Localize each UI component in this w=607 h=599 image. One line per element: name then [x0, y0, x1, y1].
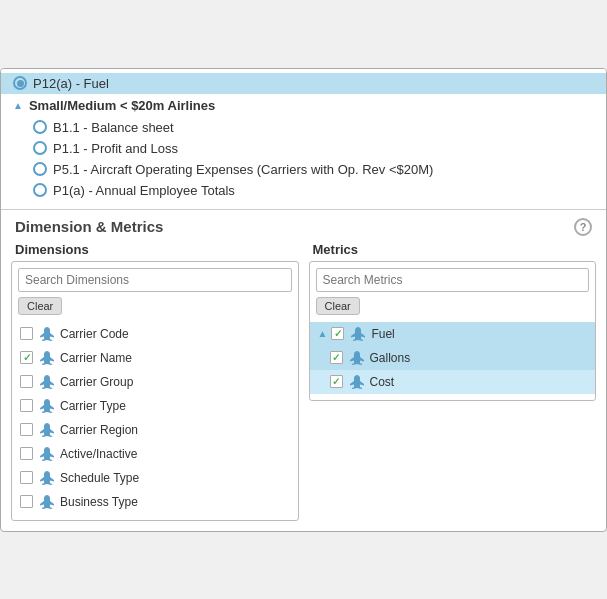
help-icon[interactable]: ?	[574, 218, 592, 236]
radio-1	[33, 141, 47, 155]
checkbox-schedule-type[interactable]	[20, 471, 33, 484]
report-sub-item-1[interactable]: P1.1 - Profit and Loss	[1, 138, 606, 159]
search-metrics-input[interactable]	[316, 268, 590, 292]
plane-icon-fuel	[349, 325, 367, 343]
plane-icon-carrier-code	[38, 325, 56, 343]
plane-icon-cost	[348, 373, 366, 391]
two-col-layout: Dimensions Clear Carr	[1, 242, 606, 531]
radio-3	[33, 183, 47, 197]
checkbox-active-inactive[interactable]	[20, 447, 33, 460]
dimensions-panel-box: Clear Carrier Code	[11, 261, 299, 521]
sub-item-label-2: P5.1 - Aircraft Operating Expenses (Carr…	[53, 162, 433, 177]
metrics-panel-box: Clear ▲ Fuel	[309, 261, 597, 401]
sub-item-label-3: P1(a) - Annual Employee Totals	[53, 183, 235, 198]
metrics-col-header: Metrics	[309, 242, 597, 257]
checkbox-gallons[interactable]	[330, 351, 343, 364]
dim-item-carrier-name[interactable]: Carrier Name	[12, 346, 298, 370]
report-list: P12(a) - Fuel ▲ Small/Medium < $20m Airl…	[1, 69, 606, 210]
main-container: P12(a) - Fuel ▲ Small/Medium < $20m Airl…	[0, 68, 607, 532]
dim-label-carrier-type: Carrier Type	[60, 399, 126, 413]
dim-label-carrier-region: Carrier Region	[60, 423, 138, 437]
dimensions-clear-button[interactable]: Clear	[18, 297, 62, 315]
plane-icon-business-type	[38, 493, 56, 511]
dim-item-schedule-type[interactable]: Schedule Type	[12, 466, 298, 490]
report-sub-item-0[interactable]: B1.1 - Balance sheet	[1, 117, 606, 138]
checkbox-carrier-region[interactable]	[20, 423, 33, 436]
dim-item-carrier-code[interactable]: Carrier Code	[12, 322, 298, 346]
checkbox-carrier-code[interactable]	[20, 327, 33, 340]
metric-item-cost[interactable]: Cost	[310, 370, 596, 394]
dim-metrics-title: Dimension & Metrics	[15, 218, 163, 235]
dimensions-col-header: Dimensions	[11, 242, 299, 257]
metric-fuel-label: Fuel	[371, 327, 394, 341]
dim-label-business-type: Business Type	[60, 495, 138, 509]
sub-item-label-0: B1.1 - Balance sheet	[53, 120, 174, 135]
checkbox-cost[interactable]	[330, 375, 343, 388]
dim-metrics-header: Dimension & Metrics ?	[1, 210, 606, 242]
plane-icon-schedule-type	[38, 469, 56, 487]
plane-icon-active-inactive	[38, 445, 56, 463]
metrics-list: ▲ Fuel	[310, 320, 596, 400]
dim-label-carrier-name: Carrier Name	[60, 351, 132, 365]
dim-label-schedule-type: Schedule Type	[60, 471, 139, 485]
metrics-panel: Metrics Clear ▲	[309, 242, 597, 521]
dim-item-carrier-type[interactable]: Carrier Type	[12, 394, 298, 418]
dim-metrics-section: Dimension & Metrics ? Dimensions Clear	[1, 210, 606, 531]
metric-cost-label: Cost	[370, 375, 395, 389]
search-dimensions-input[interactable]	[18, 268, 292, 292]
plane-icon-carrier-group	[38, 373, 56, 391]
checkbox-carrier-group[interactable]	[20, 375, 33, 388]
plane-icon-gallons	[348, 349, 366, 367]
dimensions-list: Carrier Code Carrier Name	[12, 320, 298, 520]
report-sub-item-3[interactable]: P1(a) - Annual Employee Totals	[1, 180, 606, 201]
dim-label-carrier-code: Carrier Code	[60, 327, 129, 341]
group-label: Small/Medium < $20m Airlines	[29, 98, 215, 113]
plane-icon-carrier-region	[38, 421, 56, 439]
dim-item-carrier-group[interactable]: Carrier Group	[12, 370, 298, 394]
checkbox-carrier-name[interactable]	[20, 351, 33, 364]
report-sub-item-2[interactable]: P5.1 - Aircraft Operating Expenses (Carr…	[1, 159, 606, 180]
dim-item-active-inactive[interactable]: Active/Inactive	[12, 442, 298, 466]
metric-gallons-label: Gallons	[370, 351, 411, 365]
radio-0	[33, 120, 47, 134]
selected-report-label: P12(a) - Fuel	[33, 76, 109, 91]
dim-item-business-type[interactable]: Business Type	[12, 490, 298, 514]
selected-report-item[interactable]: P12(a) - Fuel	[1, 73, 606, 94]
plane-icon-carrier-name	[38, 349, 56, 367]
checkbox-business-type[interactable]	[20, 495, 33, 508]
checkbox-carrier-type[interactable]	[20, 399, 33, 412]
checkbox-fuel-group[interactable]	[331, 327, 344, 340]
radio-selected	[13, 76, 27, 90]
dim-item-carrier-region[interactable]: Carrier Region	[12, 418, 298, 442]
dimensions-panel: Dimensions Clear Carr	[11, 242, 299, 521]
sub-item-label-1: P1.1 - Profit and Loss	[53, 141, 178, 156]
plane-icon-carrier-type	[38, 397, 56, 415]
dim-label-active-inactive: Active/Inactive	[60, 447, 137, 461]
collapse-arrow-icon: ▲	[13, 100, 23, 111]
tree-arrow-fuel: ▲	[318, 328, 328, 339]
metric-item-gallons[interactable]: Gallons	[310, 346, 596, 370]
dim-label-carrier-group: Carrier Group	[60, 375, 133, 389]
radio-2	[33, 162, 47, 176]
metric-group-fuel[interactable]: ▲ Fuel	[310, 322, 596, 346]
metrics-clear-button[interactable]: Clear	[316, 297, 360, 315]
group-header[interactable]: ▲ Small/Medium < $20m Airlines	[1, 94, 606, 117]
